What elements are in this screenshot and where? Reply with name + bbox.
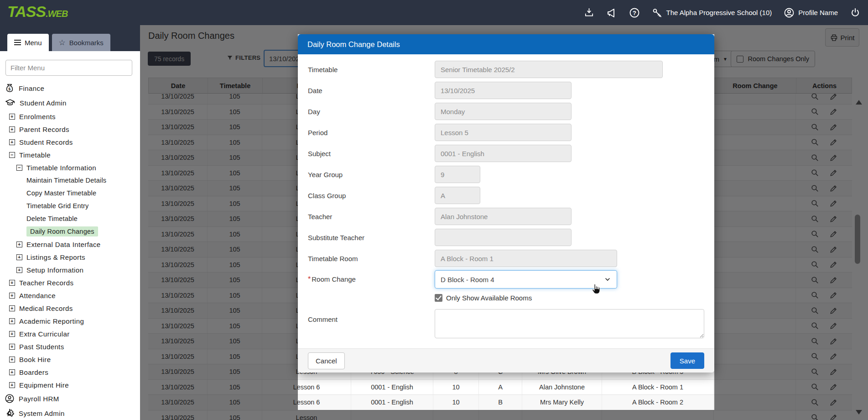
expand-plus-icon[interactable]: +	[9, 139, 15, 145]
sidebar-item-teacher-records[interactable]: +Teacher Records	[0, 276, 140, 289]
sidebar-item-student-admin[interactable]: Student Admin	[0, 95, 140, 110]
sidebar-item-label: Setup Information	[26, 266, 83, 274]
sidebar-item-listings-reports[interactable]: +Listings & Reports	[0, 251, 140, 263]
sidebar-item-setup-information[interactable]: +Setup Information	[0, 263, 140, 276]
save-button[interactable]: Save	[670, 352, 704, 369]
room-change-selected-value: D Block - Room 4	[441, 276, 494, 284]
expand-plus-icon[interactable]: +	[16, 242, 22, 247]
sidebar-item-label: Timetable Information	[26, 164, 96, 172]
sidebar-item-payroll-hrm[interactable]: Payroll HRM	[0, 391, 140, 406]
required-asterisk: *	[308, 275, 311, 283]
sidebar-item-delete-timetable[interactable]: Delete Timetable	[0, 212, 140, 225]
cell-room: A Block - Room 2	[602, 395, 714, 410]
sidebar-item-label: Extra Curricular	[19, 330, 70, 338]
menu-filter-input[interactable]	[5, 60, 132, 76]
field-year-group: 9	[435, 166, 480, 183]
expand-plus-icon[interactable]: +	[9, 357, 15, 362]
tab-menu[interactable]: Menu	[7, 34, 49, 51]
sidebar-item-parent-records[interactable]: +Parent Records	[0, 123, 140, 136]
sidebar-item-boarders[interactable]: +Boarders	[0, 366, 140, 378]
download-icon[interactable]	[584, 7, 594, 18]
gear-icon	[5, 408, 15, 418]
modal-dim-overlay	[140, 34, 298, 420]
sidebar-item-timetable-information[interactable]: −Timetable Information	[0, 161, 140, 174]
expand-plus-icon[interactable]: +	[16, 267, 22, 273]
field-label-substitute-teacher: Substitute Teacher	[308, 234, 435, 242]
checkbox-checked-icon[interactable]	[435, 294, 442, 302]
sidebar-tab-strip: Menu ☆ Bookmarks	[0, 25, 140, 51]
comment-textarea[interactable]	[435, 309, 704, 338]
modal-dim-overlay	[140, 25, 868, 34]
field-substitute-teacher	[435, 229, 572, 246]
sidebar-item-label: External Data Interface	[26, 241, 101, 248]
sidebar-item-label: Attendance	[19, 292, 56, 299]
profile-name: Profile Name	[798, 9, 838, 16]
sidebar-item-medical-records[interactable]: +Medical Records	[0, 302, 140, 315]
field-label-date: Date	[308, 87, 435, 94]
comment-label: Comment	[308, 309, 435, 323]
sidebar-item-copy-master-timetable[interactable]: Copy Master Timetable	[0, 187, 140, 200]
cell-teacher: Alan Johnstone	[522, 380, 602, 395]
sidebar-item-timetable-grid-entry[interactable]: Timetable Grid Entry	[0, 200, 140, 212]
room-change-select[interactable]: D Block - Room 4	[435, 270, 617, 289]
sidebar-item-enrolments[interactable]: +Enrolments	[0, 110, 140, 123]
expand-plus-icon[interactable]: +	[16, 254, 22, 260]
sidebar-item-equipment-hire[interactable]: +Equipment Hire	[0, 378, 140, 391]
school-selector[interactable]: The Alpha Progressive School (10)	[652, 7, 772, 18]
cell-year: 10	[433, 395, 479, 410]
field-label-timetable: Timetable	[308, 66, 435, 74]
collapse-minus-icon[interactable]: −	[9, 152, 15, 158]
collapse-minus-icon[interactable]: −	[16, 165, 22, 171]
sidebar-item-label: System Admin	[19, 410, 65, 417]
sidebar-item-timetable[interactable]: −Timetable	[0, 148, 140, 161]
field-day: Monday	[435, 103, 572, 120]
sidebar-item-system-admin[interactable]: System Admin	[0, 406, 140, 420]
expand-plus-icon[interactable]: +	[9, 369, 15, 375]
field-date: 13/10/2025	[435, 82, 572, 99]
expand-plus-icon[interactable]: +	[9, 114, 15, 120]
sidebar-item-academic-reporting[interactable]: +Academic Reporting	[0, 315, 140, 327]
sidebar-item-maintain-timetable-details[interactable]: Maintain Timetable Details	[0, 174, 140, 187]
field-teacher: Alan Johnstone	[435, 208, 572, 225]
expand-plus-icon[interactable]: +	[9, 331, 15, 337]
sidebar-item-book-hire[interactable]: +Book Hire	[0, 353, 140, 366]
help-icon[interactable]: ?	[629, 7, 640, 18]
expand-plus-icon[interactable]: +	[9, 305, 15, 311]
field-label-day: Day	[308, 108, 435, 116]
cell-subject: 0001 - English	[351, 395, 433, 410]
graduation-cap-icon	[5, 98, 16, 108]
school-name: The Alpha Progressive School (10)	[666, 9, 772, 16]
modal-title: Daily Room Change Details	[298, 34, 714, 54]
only-show-available-rooms-row[interactable]: Only Show Available Rooms	[435, 290, 714, 305]
cell-subject: 0001 - English	[351, 380, 433, 395]
hamburger-icon	[14, 38, 21, 47]
sidebar-item-label: Enrolments	[19, 113, 56, 121]
sidebar-item-extra-curricular[interactable]: +Extra Curricular	[0, 327, 140, 340]
expand-plus-icon[interactable]: +	[9, 382, 15, 388]
sidebar-item-label: Payroll HRM	[19, 395, 59, 403]
cancel-button[interactable]: Cancel	[308, 352, 345, 369]
sidebar-item-label: Parent Records	[19, 126, 69, 133]
field-timetable-room: A Block - Room 1	[435, 250, 617, 267]
sidebar-item-external-data-interface[interactable]: +External Data Interface	[0, 238, 140, 251]
expand-plus-icon[interactable]: +	[9, 318, 15, 324]
sidebar-item-daily-room-changes[interactable]: Daily Room Changes	[0, 225, 140, 238]
sidebar-item-label: Student Admin	[20, 99, 67, 107]
expand-plus-icon[interactable]: +	[9, 280, 15, 286]
sidebar-item-finance[interactable]: $Finance	[0, 81, 140, 95]
profile-menu[interactable]: Profile Name	[784, 7, 838, 18]
expand-plus-icon[interactable]: +	[9, 293, 15, 299]
expand-plus-icon[interactable]: +	[9, 344, 15, 350]
sidebar-item-past-students[interactable]: +Past Students	[0, 340, 140, 353]
daily-room-change-details-modal: Daily Room Change Details TimetableSenio…	[298, 34, 714, 373]
sidebar-item-student-records[interactable]: +Student Records	[0, 136, 140, 148]
logout-power-icon[interactable]	[850, 7, 861, 18]
announcements-icon[interactable]	[606, 7, 617, 18]
field-class-group: A	[435, 187, 480, 204]
sidebar-item-attendance[interactable]: +Attendance	[0, 289, 140, 302]
sidebar: Menu ☆ Bookmarks $FinanceStudent Admin+E…	[0, 25, 140, 420]
expand-plus-icon[interactable]: +	[9, 126, 15, 132]
tab-bookmarks[interactable]: ☆ Bookmarks	[52, 34, 110, 51]
sidebar-item-label: Listings & Reports	[26, 253, 85, 261]
sidebar-item-label: Book Hire	[19, 356, 51, 363]
